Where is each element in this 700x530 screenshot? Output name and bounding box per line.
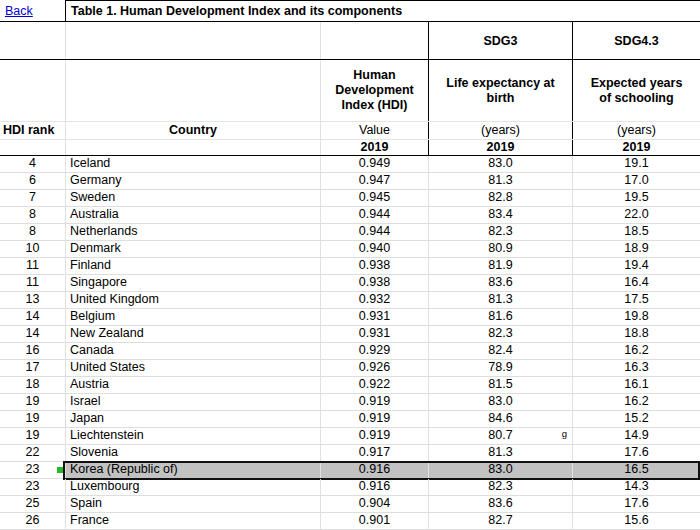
table-row[interactable]: 11 Finland 0.938 81.9 19.4 xyxy=(0,258,700,275)
sdg4-3-group-header: SDG4.3 xyxy=(572,22,700,59)
country-cell: New Zealand xyxy=(65,326,320,342)
table-row[interactable]: 22 Slovenia 0.917 81.3 17.6 xyxy=(0,445,700,462)
year-life: 2019 xyxy=(428,140,572,155)
table-row[interactable]: 17 United States 0.926 78.9 16.3 xyxy=(0,360,700,377)
year-school: 2019 xyxy=(572,140,700,155)
table-row[interactable]: 4 Iceland 0.949 83.0 19.1 xyxy=(0,156,700,173)
country-cell: Belgium xyxy=(65,309,320,325)
table-row[interactable]: 18 Austria 0.922 81.5 16.1 xyxy=(0,377,700,394)
country-cell: Singapore xyxy=(65,275,320,291)
hdi-value-cell: 0.916 xyxy=(320,479,428,495)
table-title: Table 1. Human Development Index and its… xyxy=(65,0,700,21)
empty-cell xyxy=(320,22,428,59)
hdi-value-cell: 0.944 xyxy=(320,224,428,240)
schooling-cell: 19.1 xyxy=(572,156,700,172)
table-row[interactable]: 26 France 0.901 82.7 15.6 xyxy=(0,513,700,530)
country-header: Country xyxy=(65,122,320,139)
sdg-header-row: SDG3 SDG4.3 xyxy=(0,22,700,60)
sublabel-row: HDI rank Country Value (years) (years) xyxy=(0,122,700,140)
hdi-rank-cell: 11 xyxy=(0,275,65,291)
hdi-value-cell: 0.945 xyxy=(320,190,428,206)
table-row[interactable]: 14 New Zealand 0.931 82.3 18.8 xyxy=(0,326,700,343)
country-cell: Sweden xyxy=(65,190,320,206)
table-row[interactable]: 13 United Kingdom 0.932 81.3 17.5 xyxy=(0,292,700,309)
table-row[interactable]: 14 Belgium 0.931 81.6 19.8 xyxy=(0,309,700,326)
hdi-rank-cell: 6 xyxy=(0,173,65,189)
life-expectancy-cell: 83.0 xyxy=(428,156,572,172)
table-row[interactable]: 6 Germany 0.947 81.3 17.0 xyxy=(0,173,700,190)
sdg3-group-header: SDG3 xyxy=(428,22,572,59)
country-cell: United Kingdom xyxy=(65,292,320,308)
table-row[interactable]: 8 Australia 0.944 83.4 22.0 xyxy=(0,207,700,224)
country-cell: Liechtenstein xyxy=(65,428,320,444)
country-cell: Australia xyxy=(65,207,320,223)
empty-cell xyxy=(0,60,65,121)
life-expectancy-cell: 84.6 xyxy=(428,411,572,427)
life-expectancy-cell: 83.6 xyxy=(428,275,572,291)
country-cell: Slovenia xyxy=(65,445,320,461)
table-row[interactable]: 25 Spain 0.904 83.6 17.6 xyxy=(0,496,700,513)
life-expectancy-cell: 80.9 xyxy=(428,241,572,257)
hdi-rank-cell: 17 xyxy=(0,360,65,376)
country-cell: Canada xyxy=(65,343,320,359)
country-cell: Iceland xyxy=(65,156,320,172)
country-cell: Japan xyxy=(65,411,320,427)
hdi-value-cell: 0.938 xyxy=(320,258,428,274)
life-expectancy-cell: 83.0 xyxy=(428,462,572,478)
country-cell: France xyxy=(65,513,320,529)
life-expectancy-cell: 83.0 xyxy=(428,394,572,410)
hdi-rank-cell: 23 xyxy=(0,479,65,495)
table-row[interactable]: 19 Japan 0.919 84.6 15.2 xyxy=(0,411,700,428)
back-link[interactable]: Back xyxy=(5,4,33,18)
schooling-cell: 16.2 xyxy=(572,343,700,359)
schooling-cell: 15.2 xyxy=(572,411,700,427)
schooling-cell: 16.1 xyxy=(572,377,700,393)
hdi-rank-cell: 25 xyxy=(0,496,65,512)
life-expectancy-cell: 83.6 xyxy=(428,496,572,512)
years-label-life: (years) xyxy=(428,122,572,139)
table-row[interactable]: 16 Canada 0.929 82.4 16.2 xyxy=(0,343,700,360)
hdi-value-cell: 0.904 xyxy=(320,496,428,512)
schooling-cell: 19.4 xyxy=(572,258,700,274)
hdi-rank-cell: 4 xyxy=(0,156,65,172)
hdi-rank-cell: 19 xyxy=(0,428,65,444)
table-row[interactable]: 7 Sweden 0.945 82.8 19.5 xyxy=(0,190,700,207)
hdi-rank-header: HDI rank xyxy=(0,122,65,139)
schooling-cell: 16.4 xyxy=(572,275,700,291)
footnote-marker: g xyxy=(562,428,567,440)
selection-marker-icon xyxy=(57,467,63,473)
table-row[interactable]: 23 Luxembourg 0.916 82.3 14.3 xyxy=(0,479,700,496)
hdi-value-cell: 0.917 xyxy=(320,445,428,461)
hdi-value-cell: 0.944 xyxy=(320,207,428,223)
hdi-rank-cell: 13 xyxy=(0,292,65,308)
life-expectancy-cell: 82.4 xyxy=(428,343,572,359)
table-row[interactable]: 19 Liechtenstein 0.919 80.7 g 14.9 xyxy=(0,428,700,445)
hdi-rank-cell: 11 xyxy=(0,258,65,274)
hdi-value-cell: 0.938 xyxy=(320,275,428,291)
country-cell: United States xyxy=(65,360,320,376)
hdi-value-cell: 0.916 xyxy=(320,462,428,478)
table-row[interactable]: 11 Singapore 0.938 83.6 16.4 xyxy=(0,275,700,292)
table-row[interactable]: 19 Israel 0.919 83.0 16.2 xyxy=(0,394,700,411)
schooling-cell: 16.3 xyxy=(572,360,700,376)
schooling-cell: 18.5 xyxy=(572,224,700,240)
schooling-cell: 22.0 xyxy=(572,207,700,223)
empty-cell xyxy=(65,140,320,155)
table-row[interactable]: 8 Netherlands 0.944 82.3 18.5 xyxy=(0,224,700,241)
back-cell: Back xyxy=(0,0,65,21)
table-row-selected[interactable]: 23 Korea (Republic of) 0.916 83.0 16.5 xyxy=(0,462,700,479)
life-expectancy-column-header: Life expectancy at birth xyxy=(428,60,572,121)
hdi-rank-cell: 8 xyxy=(0,207,65,223)
column-header-row: Human Development Index (HDI) Life expec… xyxy=(0,60,700,122)
table-row[interactable]: 10 Denmark 0.940 80.9 18.9 xyxy=(0,241,700,258)
schooling-cell: 17.5 xyxy=(572,292,700,308)
country-cell: Finland xyxy=(65,258,320,274)
hdi-rank-cell: 10 xyxy=(0,241,65,257)
life-expectancy-cell: 81.3 xyxy=(428,173,572,189)
life-expectancy-cell: 81.5 xyxy=(428,377,572,393)
hdi-rank-cell: 16 xyxy=(0,343,65,359)
hdi-rank-cell: 19 xyxy=(0,394,65,410)
empty-cell xyxy=(0,22,65,59)
hdi-rank-cell: 14 xyxy=(0,326,65,342)
hdi-value-cell: 0.949 xyxy=(320,156,428,172)
